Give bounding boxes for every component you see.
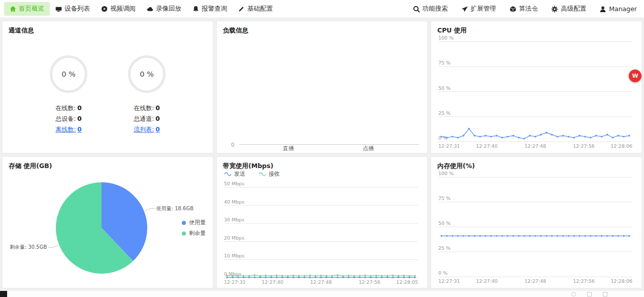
nav-label: 视频调阅 (110, 5, 136, 13)
svg-text:0 %: 0 % (438, 270, 447, 276)
extension-icon (461, 6, 468, 13)
nav-item-home-overview[interactable]: 首页概览 (4, 2, 50, 16)
gauge-percent: 0 % (61, 70, 76, 78)
bandwidth-usage-chart: 0 Mbps10 Mbps20 Mbps30 Mbps40 Mbps50 Mbp… (222, 180, 421, 286)
channel-gauges: 0 % 在线数:0 总设备:0 离线数:0 0 % 在线数:0 (9, 55, 207, 135)
nav-item-extension-management[interactable]: 扩展管理 (461, 2, 496, 16)
stat-online-channels: 在线数:0 (128, 103, 166, 114)
panel-storage-usage: 存储 使用(GB) 使用量: 18.6GB剩余量: 30.5GB 使用量 剩余量 (2, 156, 213, 288)
legend-label: 使用量 (189, 219, 206, 226)
stat-label: 总通道: (134, 115, 154, 122)
nav-item-device-list[interactable]: 设备列表 (50, 2, 95, 16)
stat-label: 在线数: (134, 105, 154, 112)
svg-text:12:27:40: 12:27:40 (262, 279, 283, 285)
nav-label: Manager (609, 5, 637, 13)
channel-online-ring: 0 % (128, 55, 166, 93)
search-icon (413, 6, 420, 13)
nav-label: 功能搜索 (423, 5, 448, 13)
svg-text:12:27:31: 12:27:31 (224, 279, 246, 285)
svg-text:75 %: 75 % (438, 195, 450, 201)
dashboard-grid: 通道信息 0 % 在线数:0 总设备:0 离线数:0 0 % (0, 18, 644, 291)
stat-label: 总设备: (55, 115, 76, 122)
nav-label: 算法仓 (519, 5, 538, 13)
stat-label: 离线数: (55, 126, 76, 133)
gear-icon (551, 6, 558, 13)
svg-text:50 Mbps: 50 Mbps (224, 181, 244, 186)
stat-value: 0 (77, 105, 81, 112)
legend-label: 发送 (234, 170, 245, 178)
footer-status-icon-3[interactable] (603, 292, 607, 296)
panel-title: 负载信息 (223, 26, 421, 35)
footer-bar (0, 291, 644, 297)
panel-title: 带宽使用(Mbps) (223, 162, 421, 171)
nav-label: 设备列表 (65, 5, 90, 13)
stat-label: 流列表: (134, 126, 154, 133)
nav-item-advanced-config[interactable]: 高级配置 (551, 2, 586, 16)
legend-receive[interactable]: 接收 (259, 170, 280, 178)
playback-icon (147, 6, 153, 12)
svg-text:100 %: 100 % (438, 171, 454, 176)
channel-gauge: 0 % 在线数:0 总通道:0 流列表:0 (128, 55, 166, 135)
memory-usage-chart: 0 %25 %50 %75 %100 %12:27:3112:27:4012:2… (436, 170, 635, 285)
floating-widget-button[interactable]: W (629, 70, 641, 82)
wave-icon (259, 172, 266, 176)
svg-text:10 Mbps: 10 Mbps (224, 253, 244, 258)
stat-value: 0 (155, 115, 159, 122)
load-category-live: 直播 (283, 145, 294, 152)
svg-text:12:27:31: 12:27:31 (438, 143, 460, 149)
footer-status-icon-2[interactable] (587, 292, 592, 296)
legend-remaining[interactable]: 剩余量 (182, 229, 206, 237)
top-navigation: 首页概览 设备列表 视频调阅 录像回放 报警查询 (0, 0, 644, 18)
panel-bandwidth-usage: 带宽使用(Mbps) 发送 接收 0 Mbps10 Mbps20 Mbps30 … (216, 156, 428, 288)
storage-legend: 使用量 剩余量 (182, 219, 206, 240)
nav-item-algorithm-warehouse[interactable]: 算法仓 (509, 2, 538, 16)
panel-load-info: 负载信息 0 直播 点播 (216, 21, 428, 153)
svg-text:40 Mbps: 40 Mbps (224, 199, 244, 205)
svg-text:20 Mbps: 20 Mbps (224, 235, 244, 241)
legend-used[interactable]: 使用量 (182, 219, 206, 226)
nav-item-user-manager[interactable]: Manager (599, 3, 637, 15)
algorithm-icon (509, 6, 517, 13)
load-x-axis (239, 144, 419, 145)
panel-title: 内存使用(%) (437, 162, 635, 171)
nav-item-function-search[interactable]: 功能搜索 (413, 2, 448, 16)
stat-total-devices: 总设备:0 (50, 114, 87, 124)
storage-pie-chart: 使用量: 18.6GB剩余量: 30.5GB (8, 170, 207, 285)
svg-text:12:27:31: 12:27:31 (438, 278, 460, 284)
device-gauge: 0 % 在线数:0 总设备:0 离线数:0 (50, 55, 87, 135)
home-icon (10, 6, 16, 12)
stream-list-link[interactable]: 流列表:0 (128, 124, 166, 135)
panel-channel-info: 通道信息 0 % 在线数:0 总设备:0 离线数:0 0 % (2, 21, 213, 153)
load-category-ondemand: 点播 (363, 145, 374, 152)
wave-icon (224, 172, 232, 176)
svg-text:12:27:40: 12:27:40 (476, 278, 498, 284)
svg-text:12:27:56: 12:27:56 (573, 143, 595, 149)
load-y-tick: 0 (231, 142, 234, 148)
stat-value: 0 (77, 115, 81, 122)
nav-item-playback[interactable]: 录像回放 (141, 2, 187, 16)
legend-used-swatch (182, 221, 186, 225)
svg-text:30 Mbps: 30 Mbps (224, 217, 244, 222)
basic-config-icon (238, 6, 245, 12)
stat-value: 0 (77, 126, 81, 133)
svg-text:12:28:06: 12:28:06 (610, 278, 632, 284)
svg-text:25 %: 25 % (438, 245, 450, 251)
legend-label: 剩余量 (189, 229, 206, 237)
offline-devices-link[interactable]: 离线数:0 (50, 124, 87, 135)
nav-item-video-review[interactable]: 视频调阅 (95, 2, 141, 16)
panel-title: 通道信息 (9, 26, 207, 35)
svg-text:12:28:06: 12:28:06 (610, 143, 632, 149)
floating-widget-label: W (632, 73, 638, 79)
svg-text:12:27:40: 12:27:40 (476, 143, 498, 149)
panel-title: CPU 使用 (437, 26, 635, 35)
nav-item-basic-config[interactable]: 基础配置 (233, 2, 278, 16)
stat-total-channels: 总通道:0 (128, 114, 166, 124)
nav-left: 首页概览 设备列表 视频调阅 录像回放 报警查询 (4, 2, 278, 16)
svg-text:12:27:48: 12:27:48 (525, 278, 546, 284)
stat-online-devices: 在线数:0 (50, 103, 87, 114)
svg-text:12:27:56: 12:27:56 (359, 279, 380, 285)
legend-send[interactable]: 发送 (224, 170, 245, 178)
footer-status-icon-1[interactable] (571, 292, 576, 296)
nav-item-alarm-query[interactable]: 报警查询 (187, 2, 233, 16)
alarm-query-icon (192, 6, 199, 12)
